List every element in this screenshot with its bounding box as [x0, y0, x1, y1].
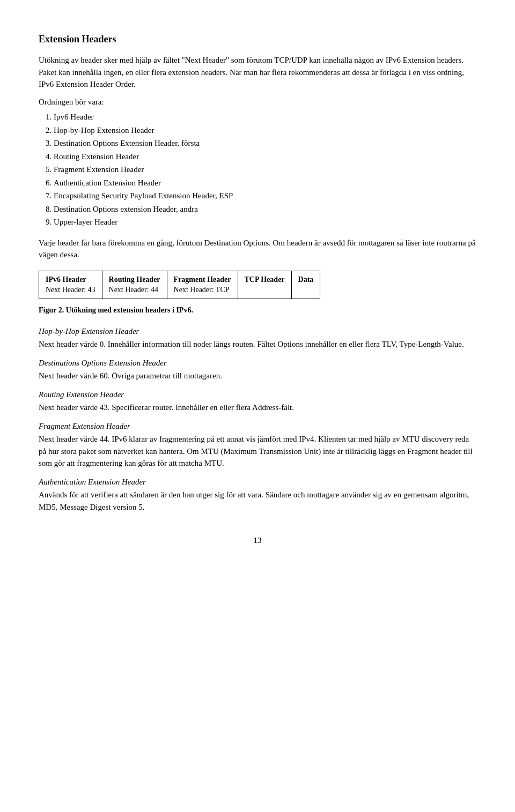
- diagram-cell-0: IPv6 Header Next Header: 43: [39, 271, 102, 299]
- page-heading: Extension Headers: [39, 32, 476, 47]
- section-2: Routing Extension HeaderNext header värd…: [39, 389, 476, 414]
- section-heading-1: Destinations Options Extension Header: [39, 357, 476, 369]
- cell-top-0: IPv6 Header: [46, 274, 95, 285]
- list-item: Hop-by-Hop Extension Header: [54, 124, 476, 137]
- cell-bottom-2: Next Header: TCP: [174, 285, 231, 295]
- cell-top-3: TCP Header: [245, 274, 285, 285]
- section-body-3: Next header värde 44. IPv6 klarar av fra…: [39, 433, 476, 470]
- diagram-cell-3: TCP Header: [238, 271, 291, 299]
- cell-top-2: Fragment Header: [174, 274, 231, 285]
- section-body-0: Next header värde 0. Innehåller informat…: [39, 338, 476, 351]
- section-body-4: Används för att verifiera att sändaren ä…: [39, 489, 476, 513]
- cell-top-1: Routing Header: [109, 274, 160, 285]
- list-item: Destination Options extension Header, an…: [54, 203, 476, 215]
- list-item: Encapsulating Security Payload Extension…: [54, 190, 476, 202]
- cell-top-4: Data: [298, 274, 314, 285]
- cell-bottom-0: Next Header: 43: [46, 285, 95, 295]
- section-4: Authentication Extension HeaderAnvänds f…: [39, 476, 476, 513]
- section-1: Destinations Options Extension HeaderNex…: [39, 357, 476, 382]
- list-item: Fragment Extension Header: [54, 163, 476, 176]
- after-list-paragraph: Varje header får bara förekomma en gång,…: [39, 237, 476, 261]
- diagram-cell-2: Fragment Header Next Header: TCP: [167, 271, 238, 299]
- intro-paragraph-1: Utökning av header sker med hjälp av fäl…: [39, 54, 476, 91]
- section-heading-2: Routing Extension Header: [39, 389, 476, 401]
- section-heading-4: Authentication Extension Header: [39, 476, 476, 488]
- fig-caption: Figur 2. Utökning med extension headers …: [39, 304, 476, 316]
- sections-container: Hop-by-Hop Extension HeaderNext header v…: [39, 325, 476, 513]
- list-item: Routing Extension Header: [54, 151, 476, 163]
- extension-headers-diagram: IPv6 Header Next Header: 43 Routing Head…: [39, 271, 320, 299]
- list-item: Upper-layer Header: [54, 216, 476, 228]
- list-item: Authentication Extension Header: [54, 177, 476, 189]
- section-heading-3: Fragment Extension Header: [39, 420, 476, 433]
- section-heading-0: Hop-by-Hop Extension Header: [39, 325, 476, 338]
- list-heading: Ordningen bör vara:: [39, 96, 476, 108]
- section-0: Hop-by-Hop Extension HeaderNext header v…: [39, 325, 476, 351]
- section-body-1: Next header värde 60. Övriga parametrar …: [39, 370, 476, 382]
- section-3: Fragment Extension HeaderNext header vär…: [39, 420, 476, 470]
- cell-bottom-1: Next Header: 44: [109, 285, 160, 295]
- list-item: Ipv6 Header: [54, 111, 476, 123]
- list-item: Destination Options Extension Header, fö…: [54, 137, 476, 150]
- section-body-2: Next header värde 43. Specificerar route…: [39, 401, 476, 414]
- ordered-list: Ipv6 Header Hop-by-Hop Extension Header …: [54, 111, 476, 228]
- diagram-cell-4: Data: [291, 271, 320, 299]
- page-number: 13: [39, 534, 476, 547]
- diagram-cell-1: Routing Header Next Header: 44: [102, 271, 167, 299]
- fig-caption-text: Figur 2. Utökning med extension headers …: [39, 306, 193, 314]
